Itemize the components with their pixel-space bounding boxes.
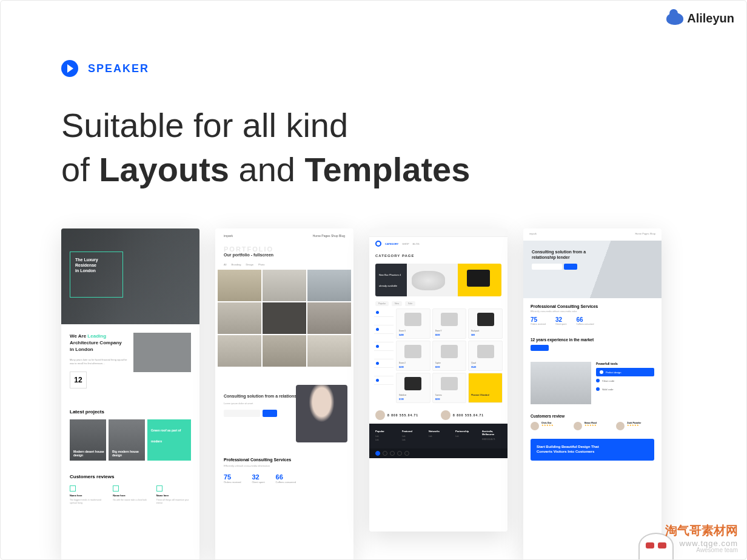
t2-grid: [215, 270, 353, 367]
t1-hero-line3: in London: [75, 268, 118, 273]
t1-section2: Latest projects Modern desert house desi…: [61, 403, 199, 467]
avatar-icon: [616, 422, 625, 430]
check-icon: [156, 485, 162, 492]
t3-products: Drone X$499 Drone Y$599 Backpack$89 Dron…: [396, 308, 503, 403]
contact-item: 8 800 555.04.71: [375, 410, 436, 420]
footer-col: PartnershipLink: [455, 430, 475, 442]
customer: Zoek Panteler★★★★★: [616, 422, 654, 430]
stat: 75Orders received: [531, 316, 546, 325]
t4-feat-list: Powerfull tools Perfect design Clean cod…: [596, 362, 654, 404]
footer-col: PopularLinkLink: [375, 430, 395, 442]
template-ecommerce: CATEGORYSHOPBLOG CATEGORY PAGE New Bzz P…: [369, 228, 507, 532]
social-icon: [397, 451, 402, 456]
dot-icon: [376, 345, 379, 348]
check-icon: [113, 485, 119, 492]
t1-proj1: Modern desert house design: [70, 419, 106, 461]
stat: 66Coffees consumed: [576, 316, 594, 325]
t3-contact: 8 800 555.04.71 8 800 555.04.71: [369, 407, 507, 424]
side-item: [374, 334, 394, 342]
side-item: [374, 351, 394, 359]
grid-item: [218, 270, 261, 301]
t1-s3-title: Customers reviews: [70, 474, 191, 479]
button-placeholder: [531, 345, 549, 351]
side-item: [374, 359, 394, 368]
headline-line1: Suitable for all kind: [61, 106, 348, 144]
t4-hero: Consulting solution from a relationship …: [523, 241, 662, 298]
t1-projects: Modern desert house design Big modern ho…: [70, 419, 191, 461]
social-icon: [383, 451, 387, 456]
t3-banner-dark: New Bzz Phantom 4already available: [375, 264, 407, 296]
footer-col: NetworksLink: [429, 430, 448, 442]
product: Copter$399: [432, 341, 467, 371]
product: Stabilizer$199: [396, 373, 430, 403]
t4-feat-title: Powerfull tools: [596, 362, 654, 365]
social-icon: [404, 451, 409, 456]
feature-image: [531, 362, 591, 404]
t3-filters: PopularNewSale: [369, 299, 507, 308]
headline-bold1: Layouts: [99, 150, 229, 188]
t3-banner-yellow: [458, 264, 501, 296]
grid-item: [307, 302, 351, 334]
t3-body: Drone X$499 Drone Y$599 Backpack$89 Dron…: [369, 308, 507, 403]
brand-name: SPEAKER: [88, 62, 149, 75]
watermark-bottom: 淘气哥素材网 www.tqge.com Awesome team: [665, 522, 738, 553]
t2-tabs: AllBrandingDesignPhoto: [215, 259, 353, 270]
product: Drone X$499: [396, 308, 430, 339]
t4-customers: Customers review Chris Doe★★★★★ Simon Re…: [523, 409, 662, 435]
dot-icon: [376, 328, 379, 331]
drone-image: [412, 271, 445, 290]
check-icon: [596, 379, 600, 382]
side-item: [374, 342, 394, 351]
t1-badge: 12: [70, 372, 87, 388]
t3-footer: PopularLinkLink FeaturedLinkLink Network…: [369, 424, 507, 448]
t3-page-title: CATEGORY PAGE: [369, 250, 507, 261]
stat: 66Coffees consumed: [276, 473, 296, 484]
logo-icon: [375, 241, 381, 247]
watermark-bottom-l3: Awesome team: [665, 547, 738, 553]
template-consulting: imparkHome Pages Shop Consulting solutio…: [523, 228, 662, 560]
product: Backpack$89: [468, 308, 503, 339]
t3-topbar: [369, 228, 507, 237]
grid-item: [218, 335, 261, 367]
t2-stats: 75Orders received 32Client spent 66Coffe…: [224, 473, 345, 484]
footer-col: FeaturedLinkLink: [402, 430, 421, 442]
headline: Suitable for all kind of Layouts and Tem…: [61, 104, 470, 192]
grid-item: [307, 335, 351, 367]
watermark-top-text: Alileyun: [687, 12, 734, 25]
grid-item: [263, 302, 306, 334]
t3-banner: New Bzz Phantom 4already available: [375, 264, 501, 296]
t4-services-title: Professional Consulting Services: [531, 304, 654, 308]
social-icon: [375, 451, 380, 456]
headline-line2a: of: [61, 150, 99, 188]
t1-review: Name hereThe biggest trends in modernize…: [70, 485, 104, 505]
avatar-icon: [574, 422, 582, 430]
t1-hero-box: The Luxury Residense in London: [70, 252, 123, 298]
t4-features: Powerfull tools Perfect design Clean cod…: [523, 357, 662, 409]
t1-section1: We Are LeadingArchitecture Companyin Lon…: [61, 324, 199, 403]
cloud-icon: [666, 13, 683, 25]
t1-review: Name hereThese all things will maximize …: [156, 485, 191, 505]
template-portfolio: imparkHome Pages Shop Blog PORTFOLIOOur …: [215, 228, 353, 560]
customer: Chris Doe★★★★★: [531, 422, 569, 430]
t1-section3: Customers reviews Name hereThe biggest t…: [61, 467, 199, 513]
product-highlight: Phantom 3 Standard: [468, 373, 503, 403]
t3-socials: [369, 448, 507, 458]
headline-line2c: and: [229, 150, 305, 188]
t2-nav: imparkHome Pages Shop Blog: [215, 228, 353, 243]
social-icon: [390, 451, 395, 456]
contact-item: 8 800 555.04.71: [441, 410, 501, 420]
person-image: [296, 385, 347, 442]
t2-title: PORTFOLIOOur portfolio - fullscreen: [215, 243, 353, 259]
template-row: The Luxury Residense in London We Are Le…: [61, 228, 734, 560]
side-item: [374, 368, 394, 376]
product: Camera$299: [432, 373, 467, 403]
side-item: [374, 325, 394, 334]
customer: Simon Reed★★★★★: [574, 422, 612, 430]
brand-logo-icon: [61, 60, 78, 77]
product: Drone Y$599: [432, 308, 467, 339]
t1-s1-image: [133, 333, 191, 372]
t2-services: Professional Consulting Services Efficie…: [215, 452, 353, 490]
camera-image: [467, 270, 490, 287]
t4-exp-title: 12 years experience in the market: [531, 338, 654, 342]
watermark-top: Alileyun: [666, 12, 734, 25]
